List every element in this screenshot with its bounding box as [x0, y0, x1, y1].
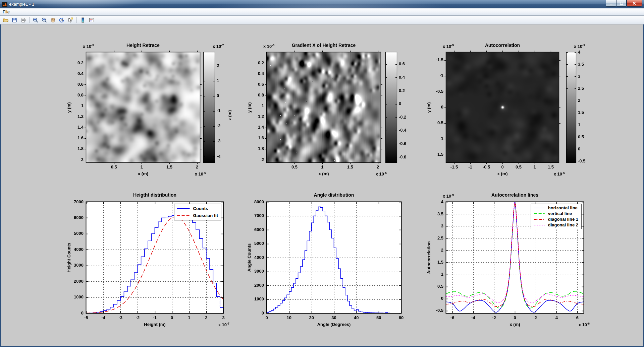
plot-title: Autocorrelation lines: [446, 192, 584, 198]
minimize-button[interactable]: [606, 0, 616, 7]
legend-label: diagonal line 1: [548, 217, 578, 222]
y-axis-exponent: x 10-5: [83, 44, 94, 49]
colorbar-exponent: x 10-9: [574, 44, 585, 49]
toolbar-separator: [29, 17, 30, 23]
menu-file[interactable]: File: [0, 9, 12, 14]
x-axis-label: Angle (Degrees): [267, 322, 401, 327]
legend-label: diagonal line 2: [548, 222, 578, 227]
height-retrace-canvas[interactable]: [61, 41, 238, 189]
matlab-icon: [2, 2, 7, 7]
toolbar-separator: [76, 17, 77, 23]
legend-entry: diagonal line 2: [534, 222, 578, 228]
x-axis-exponent: x 10-5: [163, 171, 206, 177]
colorbar-label: z (m): [227, 110, 232, 120]
legend-line-sample: [534, 212, 545, 215]
y-axis-label: y (m): [426, 102, 431, 113]
titlebar[interactable]: example1 - 1: [0, 0, 644, 8]
rotate-3d-icon: [59, 17, 65, 23]
legend-entry: diagonal line 1: [534, 216, 578, 222]
plot-title: Height Retrace: [86, 43, 200, 48]
pan-button[interactable]: [49, 16, 57, 24]
hand-pan-icon: [50, 17, 56, 23]
legend-line-sample: [177, 207, 190, 210]
legend-line-sample: [177, 214, 190, 217]
legend-line-sample: [534, 223, 545, 227]
zoom-out-icon: [41, 17, 47, 23]
legend-icon: [89, 17, 95, 23]
plot-title: Autocorrelation: [446, 43, 559, 48]
insert-legend-button[interactable]: [88, 16, 96, 24]
zoom-in-button[interactable]: [32, 16, 40, 24]
figure-toolbar: [0, 16, 644, 24]
matlab-figure-window: example1 - 1 File: [0, 0, 644, 347]
y-axis-exponent: x 10-5: [263, 44, 274, 49]
gradient-x-canvas[interactable]: [241, 41, 420, 189]
angle-distribution-canvas[interactable]: [240, 190, 410, 340]
x-axis-exponent: x 10-5: [344, 171, 387, 177]
plot-title: Heigtht distribution: [86, 192, 223, 198]
menu-file-accel: F: [3, 9, 5, 14]
close-button[interactable]: [627, 0, 642, 7]
zoom-out-button[interactable]: [40, 16, 48, 24]
menubar: File: [0, 8, 644, 16]
y-axis-label: Autocorrelation: [426, 241, 431, 274]
y-axis-label: Angle Counts: [247, 244, 252, 272]
legend-entry: horizontal line: [534, 205, 578, 211]
open-folder-icon: [3, 17, 9, 23]
y-axis-label: y (m): [247, 102, 252, 113]
window-title: example1 - 1: [9, 2, 34, 7]
legend-label: Counts: [193, 206, 208, 211]
maximize-icon: [620, 1, 624, 5]
rotate-3d-button[interactable]: [58, 16, 66, 24]
y-axis-label: y (m): [66, 102, 71, 113]
save-floppy-icon: [11, 17, 17, 23]
legend-label: Gaussian fit: [193, 213, 218, 218]
colorbar-exponent: x 10-7: [213, 44, 224, 49]
open-button[interactable]: [2, 16, 10, 24]
x-axis-exponent: x 10-6: [547, 322, 590, 327]
printer-icon: [20, 17, 26, 23]
data-cursor-icon: [67, 17, 73, 23]
legend-entry: Gaussian fit: [177, 212, 218, 219]
print-button[interactable]: [19, 16, 27, 24]
y-axis-exponent: x 10-9: [443, 193, 454, 199]
autocorrelation-canvas[interactable]: [421, 41, 599, 189]
legend: CountsGaussian fit: [174, 204, 221, 220]
menu-file-rest: ile: [5, 9, 10, 14]
colorbar-icon: [80, 17, 86, 23]
plot-title: Gradient X of Height Retrace: [267, 43, 381, 48]
legend-entry: Counts: [177, 205, 218, 212]
window-controls: [606, 0, 642, 7]
legend-label: vertical line: [548, 211, 572, 216]
zoom-in-icon: [33, 17, 39, 23]
y-axis-exponent: x 10-5: [443, 44, 454, 49]
legend-entry: vertical line: [534, 211, 578, 216]
legend-label: horizontal line: [548, 205, 578, 210]
insert-colorbar-button[interactable]: [79, 16, 87, 24]
maximize-button[interactable]: [616, 0, 627, 7]
legend: horizontal linevertical linediagonal lin…: [531, 204, 582, 229]
close-icon: [632, 1, 636, 5]
legend-line-sample: [534, 206, 545, 210]
x-axis-exponent: x 10-7: [186, 322, 229, 327]
window-border-left: [0, 24, 1, 347]
save-button[interactable]: [10, 16, 18, 24]
plot-title: Angle distribution: [267, 192, 401, 198]
legend-line-sample: [534, 218, 545, 221]
y-axis-label: Height Counts: [66, 243, 71, 273]
data-cursor-button[interactable]: [66, 16, 74, 24]
x-axis-exponent: x 10-5: [522, 171, 565, 177]
minimize-icon: [609, 2, 613, 5]
